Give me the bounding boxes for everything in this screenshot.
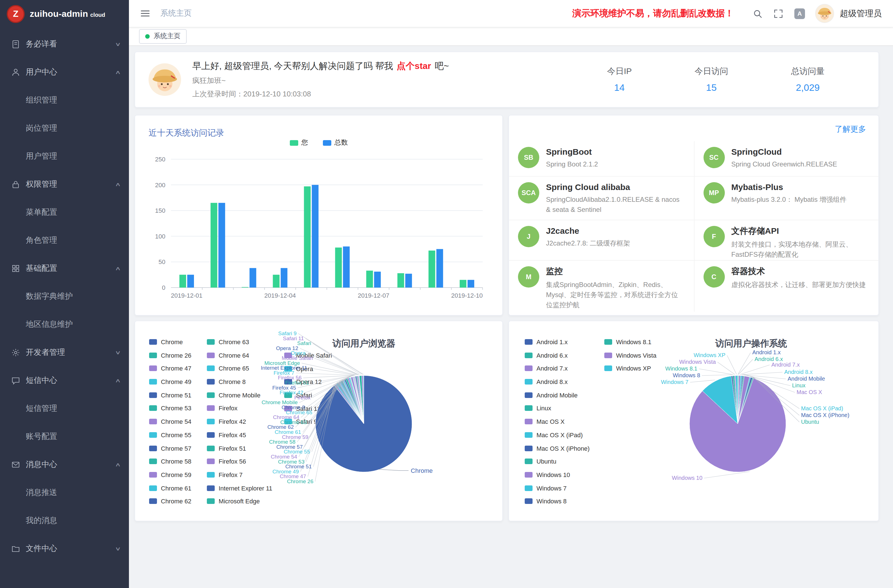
legend-item[interactable]: Safari	[284, 392, 332, 399]
legend-item[interactable]: Windows Vista	[604, 352, 657, 358]
legend-item[interactable]: Chrome 61	[149, 484, 191, 491]
legend-item[interactable]: Firefox 42	[207, 418, 272, 425]
app-logo[interactable]: Z zuihou-admincloud	[0, 0, 129, 28]
legend-item[interactable]: Windows 8	[525, 498, 590, 505]
legend-item[interactable]: Android 7.x	[525, 365, 590, 372]
legend-item[interactable]: Android 8.x	[525, 378, 590, 385]
legend-item[interactable]: Chrome 64	[207, 352, 272, 358]
legend-item[interactable]: Chrome 26	[149, 352, 191, 358]
legend-item[interactable]: Chrome 55	[149, 432, 191, 438]
legend-item[interactable]: Ubuntu	[525, 458, 590, 465]
sidebar: Z zuihou-admincloud 务必详看∨用户中心∧组织管理岗位管理用户…	[0, 0, 129, 588]
search-icon[interactable]	[753, 9, 762, 18]
pie-slice	[353, 377, 364, 424]
sidebar-item-5[interactable]: 短信中心∧	[0, 367, 129, 395]
sidebar-item-7[interactable]: 文件中心∨	[0, 535, 129, 563]
legend-item[interactable]: Mobile Safari	[284, 352, 332, 359]
sidebar-item-6[interactable]: 消息中心∧	[0, 451, 129, 479]
bar-total	[343, 247, 350, 287]
legend-item[interactable]: Chrome 47	[149, 365, 191, 372]
legend-item[interactable]: Firefox 45	[207, 432, 272, 438]
legend-item[interactable]: Android 6.x	[525, 352, 590, 358]
learn-more-link[interactable]: 了解更多	[835, 125, 866, 135]
legend-item[interactable]: Microsoft Edge	[207, 498, 272, 505]
sidebar-subitem[interactable]: 岗位管理	[0, 114, 129, 142]
menu-fold-icon[interactable]	[140, 8, 150, 18]
sidebar-subitem[interactable]: 角色管理	[0, 226, 129, 254]
legend-swatch	[207, 445, 215, 451]
star-link[interactable]: 点个star	[397, 61, 431, 70]
legend-item[interactable]: Linux	[525, 405, 590, 412]
sidebar-subitem[interactable]: 数据字典维护	[0, 283, 129, 311]
feature-item-springcloud: SC SpringCloud Spring Cloud Greenwich.RE…	[694, 141, 878, 176]
sidebar-subitem[interactable]: 地区信息维护	[0, 311, 129, 338]
username[interactable]: 超级管理员	[840, 8, 882, 19]
fullscreen-icon[interactable]	[774, 9, 783, 18]
legend-item[interactable]: Chrome 62	[149, 498, 191, 505]
legend-item[interactable]: Safari 9	[284, 418, 332, 425]
stat-value[interactable]: 2,029	[791, 82, 825, 93]
breadcrumb[interactable]: 系统主页	[160, 8, 192, 18]
legend-item[interactable]: Chrome 57	[149, 445, 191, 451]
stat-today-ip: 今日IP 14	[607, 66, 632, 93]
legend-item[interactable]: Firefox 7	[207, 471, 272, 478]
legend-item[interactable]: Firefox	[207, 405, 272, 412]
stat-value[interactable]: 14	[607, 82, 632, 93]
legend-label: Chrome 51	[161, 392, 191, 399]
legend-item[interactable]: Mac OS X	[525, 418, 590, 425]
sidebar-subitem[interactable]: 短信管理	[0, 395, 129, 423]
sidebar-subitem[interactable]: 组织管理	[0, 86, 129, 114]
legend-item[interactable]: Windows 10	[525, 471, 590, 478]
sidebar-item-0[interactable]: 务必详看∨	[0, 30, 129, 58]
legend-item[interactable]: Mac OS X (iPhone)	[525, 445, 590, 451]
legend-item[interactable]: Chrome 49	[149, 378, 191, 385]
sidebar-item-label: 基础配置	[26, 263, 57, 274]
sidebar-subitem[interactable]: 账号配置	[0, 423, 129, 451]
visits-chart-card: 近十天系统访问记录 您 总数 0501001502002502019-12-01…	[135, 115, 503, 316]
sidebar-item-1[interactable]: 用户中心∧	[0, 58, 129, 86]
legend-item[interactable]: Windows 8.1	[604, 338, 657, 345]
sidebar-subitem[interactable]: 用户管理	[0, 142, 129, 170]
legend-item[interactable]: Opera	[284, 365, 332, 372]
bar-you	[304, 186, 311, 287]
sidebar-subitem[interactable]: 菜单配置	[0, 199, 129, 226]
sidebar-subitem-label: 菜单配置	[26, 208, 57, 218]
legend-item[interactable]: Mac OS X (iPad)	[525, 432, 590, 438]
sidebar-subitem[interactable]: 我的消息	[0, 507, 129, 535]
legend-item[interactable]: Chrome Mobile	[207, 392, 272, 399]
legend-item[interactable]: Chrome 8	[207, 378, 272, 385]
legend-item[interactable]: Android 1.x	[525, 338, 590, 345]
legend-item[interactable]: Chrome 54	[149, 418, 191, 425]
sidebar-item-3[interactable]: 基础配置∧	[0, 254, 129, 283]
legend-item[interactable]: Chrome 63	[207, 338, 272, 345]
legend-item[interactable]: Safari 11	[284, 405, 332, 412]
pie-slice	[350, 377, 364, 424]
bar-you	[242, 287, 248, 287]
legend-item[interactable]: Chrome 58	[149, 458, 191, 465]
legend-item[interactable]: Internet Explorer 11	[207, 484, 272, 491]
legend-item[interactable]: Windows 7	[525, 484, 590, 491]
legend-item[interactable]: Chrome 51	[149, 392, 191, 399]
legend-item[interactable]: Firefox 56	[207, 458, 272, 465]
legend-item[interactable]: Chrome	[149, 338, 191, 345]
greeting-motto: 疯狂加班~	[192, 75, 449, 86]
legend-item-you[interactable]: 您	[290, 138, 308, 147]
legend-item[interactable]: Android Mobile	[525, 392, 590, 399]
legend-item[interactable]: Opera 12	[284, 379, 332, 385]
sidebar-item-2[interactable]: 权限管理∧	[0, 170, 129, 199]
browser-pie-title: 访问用户浏览器	[332, 338, 395, 350]
font-size-icon[interactable]: A	[794, 8, 805, 19]
tab-home[interactable]: 系统主页	[139, 29, 187, 44]
sidebar-item-4[interactable]: 开发者管理∨	[0, 338, 129, 367]
legend-item-total[interactable]: 总数	[323, 138, 348, 147]
stat-value[interactable]: 15	[695, 82, 728, 93]
legend-item[interactable]: Chrome 53	[149, 405, 191, 412]
avatar[interactable]	[815, 4, 834, 23]
doc-icon	[11, 40, 20, 49]
bar-total	[436, 249, 443, 287]
sidebar-subitem[interactable]: 消息推送	[0, 479, 129, 507]
legend-item[interactable]: Chrome 59	[149, 471, 191, 478]
legend-item[interactable]: Windows XP	[604, 365, 657, 372]
legend-item[interactable]: Chrome 65	[207, 365, 272, 372]
legend-item[interactable]: Firefox 51	[207, 445, 272, 451]
